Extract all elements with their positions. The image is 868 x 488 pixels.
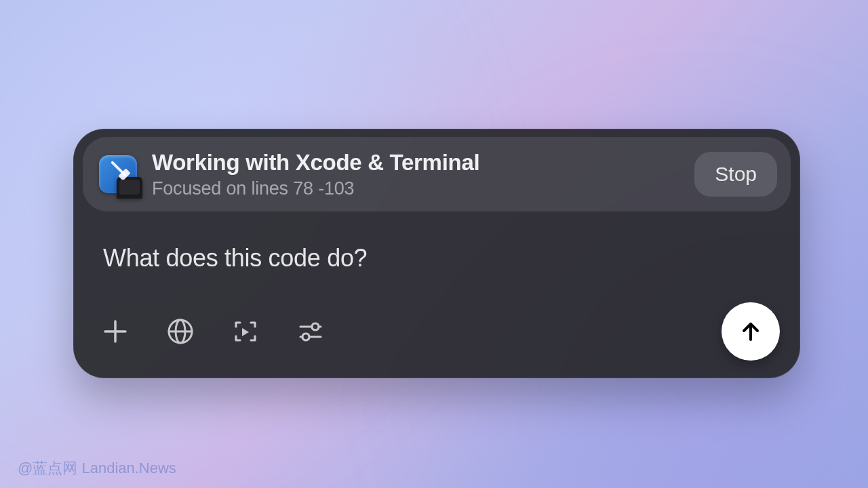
stop-button[interactable]: Stop xyxy=(694,152,777,197)
assistant-panel: Working with Xcode & Terminal Focused on… xyxy=(73,129,800,378)
prompt-text: What does this code do? xyxy=(103,244,770,272)
submit-button[interactable] xyxy=(722,302,780,361)
capture-icon[interactable] xyxy=(229,315,262,348)
svg-point-6 xyxy=(312,323,319,330)
xcode-terminal-icon xyxy=(99,155,137,193)
globe-icon[interactable] xyxy=(164,315,197,348)
sliders-icon[interactable] xyxy=(294,315,327,348)
plus-icon[interactable] xyxy=(99,315,132,348)
arrow-up-icon xyxy=(737,318,764,345)
watermark: @蓝点网 Landian.News xyxy=(18,458,176,479)
svg-point-9 xyxy=(302,333,309,340)
context-header: Working with Xcode & Terminal Focused on… xyxy=(83,137,791,211)
prompt-area[interactable]: What does this code do? xyxy=(73,211,800,302)
header-text-group: Working with Xcode & Terminal Focused on… xyxy=(152,150,679,199)
toolbar xyxy=(73,302,800,378)
header-title: Working with Xcode & Terminal xyxy=(152,150,679,176)
header-subtitle: Focused on lines 78 -103 xyxy=(152,178,679,199)
